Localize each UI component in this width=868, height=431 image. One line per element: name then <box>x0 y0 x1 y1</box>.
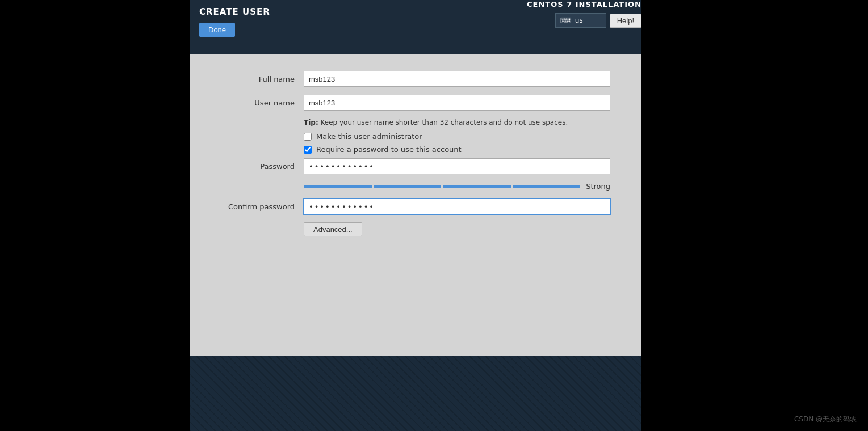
header-bar: CREATE USER Done CENTOS 7 INSTALLATION ⌨… <box>190 0 641 54</box>
installation-title: CENTOS 7 INSTALLATION <box>527 0 641 9</box>
keyboard-selector[interactable]: ⌨ us <box>555 13 606 28</box>
strength-segment-1 <box>304 185 372 188</box>
password-input[interactable] <box>304 158 610 174</box>
header-right-inner: CENTOS 7 INSTALLATION ⌨ us Help! <box>527 0 641 28</box>
full-name-label: Full name <box>213 75 304 83</box>
form-container: Full name User name Tip: Keep your user … <box>213 71 610 236</box>
tip-prefix: Tip: <box>304 119 318 126</box>
tip-text: Tip: Keep your user name shorter than 32… <box>304 119 568 126</box>
keyboard-value: us <box>575 16 583 24</box>
full-name-input[interactable] <box>304 71 610 87</box>
header-left: CREATE USER Done <box>190 0 527 44</box>
strength-segment-4 <box>513 185 581 188</box>
require-password-row: Require a password to use this account <box>213 145 610 154</box>
watermark: CSDN @无奈的码农 <box>794 415 857 424</box>
admin-checkbox-row: Make this user administrator <box>213 132 610 141</box>
help-button[interactable]: Help! <box>610 14 641 28</box>
confirm-password-input[interactable] <box>304 198 610 214</box>
advanced-row: Advanced... <box>213 222 610 236</box>
confirm-password-row: Confirm password <box>213 198 610 214</box>
require-password-checkbox[interactable] <box>304 146 312 154</box>
require-password-label[interactable]: Require a password to use this account <box>316 145 462 154</box>
strength-segment-2 <box>374 185 442 188</box>
header-controls: ⌨ us Help! <box>555 13 641 28</box>
full-name-row: Full name <box>213 71 610 87</box>
advanced-button[interactable]: Advanced... <box>304 222 362 236</box>
strength-segment-3 <box>443 185 511 188</box>
user-name-row: User name <box>213 95 610 111</box>
page-title: CREATE USER <box>199 7 518 17</box>
tip-row: Tip: Keep your user name shorter than 32… <box>213 119 610 126</box>
done-button[interactable]: Done <box>199 23 235 37</box>
keyboard-icon: ⌨ <box>560 16 572 25</box>
user-name-label: User name <box>213 99 304 107</box>
strength-bar-container <box>304 185 580 188</box>
admin-checkbox-label[interactable]: Make this user administrator <box>316 132 422 141</box>
password-label: Password <box>213 162 304 171</box>
strength-label: Strong <box>586 182 610 191</box>
confirm-password-label: Confirm password <box>213 202 304 211</box>
tip-content: Keep your user name shorter than 32 char… <box>318 119 568 126</box>
admin-checkbox[interactable] <box>304 133 312 141</box>
password-strength-row: Strong <box>213 182 610 191</box>
installer-window: CREATE USER Done CENTOS 7 INSTALLATION ⌨… <box>190 0 641 356</box>
content-area: Full name User name Tip: Keep your user … <box>190 54 641 356</box>
user-name-input[interactable] <box>304 95 610 111</box>
password-row: Password <box>213 158 610 174</box>
